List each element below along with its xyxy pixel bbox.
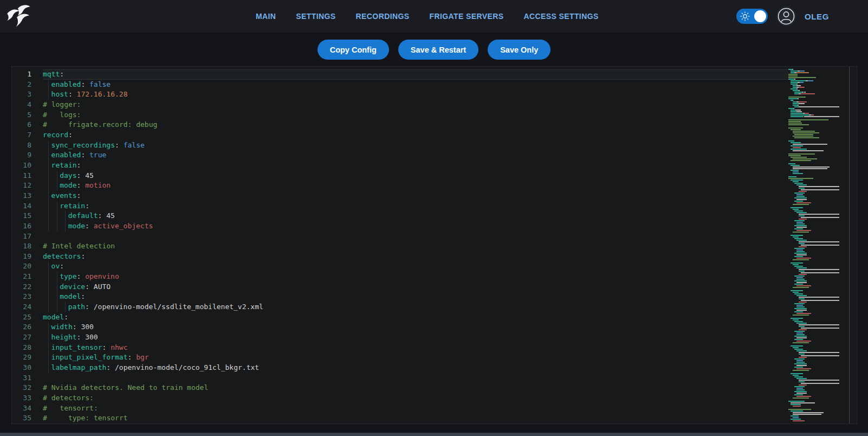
main-navigation: MAIN SETTINGS RECORDINGS FRIGATE SERVERS… xyxy=(256,12,599,21)
frigate-logo-icon[interactable] xyxy=(5,3,34,29)
code-line[interactable]: 16mode: active_objects xyxy=(12,221,789,232)
line-number: 35 xyxy=(12,413,43,424)
line-number: 8 xyxy=(12,140,43,151)
code-line[interactable]: 30labelmap_path: /openvino-model/coco_91… xyxy=(12,363,789,373)
line-number: 21 xyxy=(12,272,43,282)
code-line[interactable]: 19detectors: xyxy=(12,252,789,262)
config-code-editor[interactable]: 1mqtt:2enabled: false3host: 172.16.16.28… xyxy=(11,66,857,424)
nav-item-main[interactable]: MAIN xyxy=(256,12,276,21)
line-number: 16 xyxy=(12,221,43,232)
code-line[interactable]: 5# logs: xyxy=(12,110,789,120)
code-line[interactable]: 27height: 300 xyxy=(12,332,789,343)
code-line[interactable]: 35# type: tensorrt xyxy=(12,413,789,424)
line-number: 23 xyxy=(12,292,43,302)
code-line[interactable]: 23model: xyxy=(12,292,789,302)
code-line[interactable]: 11days: 45 xyxy=(12,171,789,181)
code-line[interactable]: 28input_tensor: nhwc xyxy=(12,343,789,353)
editor-minimap[interactable] xyxy=(788,67,857,424)
code-area[interactable]: 1mqtt:2enabled: false3host: 172.16.16.28… xyxy=(12,69,789,424)
line-number: 2 xyxy=(12,80,43,90)
line-number: 28 xyxy=(12,343,43,353)
theme-toggle[interactable] xyxy=(736,9,768,24)
line-number: 3 xyxy=(12,89,43,100)
code-line[interactable]: 32# Nvidia detectors. Need to train mode… xyxy=(12,383,789,393)
save-only-button[interactable]: Save Only xyxy=(488,40,550,60)
code-line[interactable]: 9enabled: true xyxy=(12,150,789,161)
line-number: 30 xyxy=(12,363,43,373)
code-line[interactable]: 34# tensorrt: xyxy=(12,403,789,414)
code-line[interactable]: 15default: 45 xyxy=(12,211,789,221)
code-line[interactable]: 12mode: motion xyxy=(12,181,789,191)
code-line[interactable]: 10retain: xyxy=(12,161,789,171)
username-label[interactable]: OLEG xyxy=(805,12,829,21)
line-number: 19 xyxy=(12,252,43,262)
nav-item-recordings[interactable]: RECORDINGS xyxy=(356,12,410,21)
code-line[interactable]: 24path: /openvino-model/ssdlite_mobilene… xyxy=(12,302,789,312)
config-toolbar: Copy Config Save & Restart Save Only xyxy=(0,40,868,60)
code-line[interactable]: 31 xyxy=(12,373,789,383)
copy-config-button[interactable]: Copy Config xyxy=(318,40,389,60)
line-number: 25 xyxy=(12,312,43,323)
horizontal-scrollbar[interactable] xyxy=(0,433,868,436)
nav-item-access-settings[interactable]: ACCESS SETTINGS xyxy=(523,12,598,21)
top-navbar: MAIN SETTINGS RECORDINGS FRIGATE SERVERS… xyxy=(0,0,868,33)
line-number: 14 xyxy=(12,201,43,211)
user-avatar[interactable] xyxy=(776,7,796,26)
code-line[interactable]: 25model: xyxy=(12,312,789,323)
code-line[interactable]: 33# detectors: xyxy=(12,393,789,403)
sun-icon xyxy=(740,11,750,21)
line-number: 1 xyxy=(12,69,43,80)
line-number: 17 xyxy=(12,232,43,242)
code-line[interactable]: 4# logger: xyxy=(12,100,789,110)
line-number: 27 xyxy=(12,332,43,343)
code-line[interactable]: 17 xyxy=(12,232,789,242)
line-number: 13 xyxy=(12,191,43,201)
line-number: 6 xyxy=(12,120,43,130)
code-line[interactable]: 8sync_recordings: false xyxy=(12,140,789,151)
code-line[interactable]: 1mqtt: xyxy=(12,69,789,80)
line-number: 24 xyxy=(12,302,43,312)
code-line[interactable]: 29input_pixel_format: bgr xyxy=(12,352,789,363)
code-line[interactable]: 20ov: xyxy=(12,261,789,272)
line-number: 29 xyxy=(12,352,43,363)
toggle-knob xyxy=(754,10,766,22)
line-number: 5 xyxy=(12,110,43,120)
line-number: 12 xyxy=(12,181,43,191)
line-number: 9 xyxy=(12,150,43,161)
line-number: 26 xyxy=(12,322,43,332)
line-number: 20 xyxy=(12,261,43,272)
line-number: 32 xyxy=(12,383,43,393)
code-line[interactable]: 6# frigate.record: debug xyxy=(12,120,789,130)
line-number: 11 xyxy=(12,171,43,181)
code-line[interactable]: 18# Intel detection xyxy=(12,241,789,252)
line-number: 31 xyxy=(12,373,43,383)
code-line[interactable]: 13events: xyxy=(12,191,789,201)
line-number: 15 xyxy=(12,211,43,221)
code-line[interactable]: 3host: 172.16.16.28 xyxy=(12,89,789,100)
line-number: 33 xyxy=(12,393,43,403)
code-line[interactable]: 22device: AUTO xyxy=(12,282,789,292)
code-line[interactable]: 21type: openvino xyxy=(12,272,789,282)
line-number: 34 xyxy=(12,403,43,414)
nav-item-frigate-servers[interactable]: FRIGATE SERVERS xyxy=(429,12,503,21)
line-number: 18 xyxy=(12,241,43,252)
code-line[interactable]: 26width: 300 xyxy=(12,322,789,332)
nav-item-settings[interactable]: SETTINGS xyxy=(296,12,335,21)
line-number: 22 xyxy=(12,282,43,292)
line-number: 10 xyxy=(12,161,43,171)
line-number: 7 xyxy=(12,130,43,140)
save-restart-button[interactable]: Save & Restart xyxy=(398,40,478,60)
line-number: 4 xyxy=(12,100,43,110)
code-line[interactable]: 2enabled: false xyxy=(12,80,789,90)
overview-ruler-border xyxy=(849,67,850,424)
code-line[interactable]: 7record: xyxy=(12,130,789,140)
code-line[interactable]: 14retain: xyxy=(12,201,789,211)
user-avatar-icon xyxy=(777,7,795,25)
